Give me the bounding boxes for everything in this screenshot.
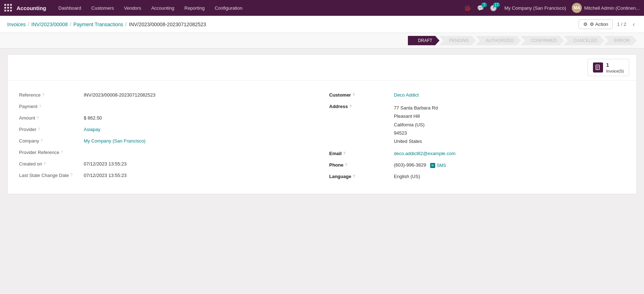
- left-column: Reference ? INV/2023/00008-2023071208252…: [19, 89, 315, 182]
- label-provider-reference: Provider Reference ?: [19, 149, 84, 155]
- invoice-count-text: 1 Invoice(S): [606, 61, 624, 74]
- value-company[interactable]: My Company (San Francisco): [84, 137, 315, 144]
- breadcrumb-bar: Invoices / INV/2023/00008 / Payment Tran…: [0, 16, 644, 33]
- invoice-count-number: 1: [606, 62, 609, 68]
- invoice-icon: [593, 62, 603, 73]
- user-menu[interactable]: MA Mitchell Admin (Continen...: [572, 3, 640, 13]
- value-payment: [84, 103, 315, 104]
- top-navigation: Accounting Dashboard Customers Vendors A…: [0, 0, 644, 16]
- field-amount: Amount ? $ 862.50: [19, 112, 315, 124]
- right-column: Customer ? Deco Addict Address ? 77 Sant…: [329, 89, 625, 182]
- field-provider: Provider ? Asiapay: [19, 124, 315, 135]
- chat-badge: 7: [481, 3, 487, 7]
- value-customer[interactable]: Deco Addict: [394, 92, 625, 98]
- field-phone: Phone ? (603)-996-3829 ✉ SMS: [329, 159, 625, 171]
- value-created-on: 07/12/2023 13:55:23: [84, 160, 315, 167]
- status-draft[interactable]: DRAFT: [408, 36, 440, 45]
- breadcrumb-payment-transactions[interactable]: Payment Transactions: [73, 22, 123, 27]
- nav-vendors[interactable]: Vendors: [119, 0, 146, 16]
- help-phone[interactable]: ?: [345, 163, 348, 167]
- help-provider-reference[interactable]: ?: [61, 150, 63, 154]
- value-provider-reference: [84, 149, 315, 150]
- activity-badge: 17: [493, 3, 500, 7]
- user-avatar: MA: [572, 3, 582, 13]
- address-line2: Pleasant Hill: [394, 112, 625, 120]
- activity-icon[interactable]: 🕐 17: [488, 3, 498, 13]
- field-customer: Customer ? Deco Addict: [329, 89, 625, 101]
- breadcrumb-inv[interactable]: INV/2023/00008: [31, 22, 68, 27]
- help-amount[interactable]: ?: [37, 116, 39, 120]
- address-line5: United States: [394, 137, 625, 145]
- card-header: 1 Invoice(S): [8, 55, 636, 81]
- chat-icon[interactable]: 💬 7: [475, 3, 486, 13]
- label-address: Address ?: [329, 103, 394, 109]
- prev-arrow[interactable]: ‹: [631, 20, 637, 28]
- bug-icon[interactable]: 🐞: [463, 3, 473, 13]
- value-email[interactable]: deco.addict82@example.com: [394, 150, 625, 156]
- help-customer[interactable]: ?: [353, 93, 355, 97]
- label-customer: Customer ?: [329, 92, 394, 98]
- app-grid-icon[interactable]: [4, 4, 12, 12]
- value-last-state-change: 07/12/2023 13:55:23: [84, 172, 315, 178]
- sms-icon: ✉: [430, 163, 435, 168]
- company-name[interactable]: My Company (San Francisco): [501, 5, 569, 11]
- action-button[interactable]: ⚙ ⚙ Action: [579, 19, 613, 29]
- record-card: 1 Invoice(S) Reference ? INV/2023/00008-…: [7, 54, 637, 194]
- help-last-state-change[interactable]: ?: [70, 173, 73, 177]
- label-company: Company ?: [19, 137, 84, 144]
- user-name: Mitchell Admin (Continen...: [584, 5, 640, 11]
- status-pending[interactable]: PENDING: [439, 36, 476, 45]
- help-provider[interactable]: ?: [38, 127, 40, 131]
- value-address: 77 Santa Barbara Rd Pleasant Hill Califo…: [394, 103, 625, 146]
- label-payment: Payment ?: [19, 103, 84, 109]
- nav-reporting[interactable]: Reporting: [179, 0, 210, 16]
- breadcrumb-invoices[interactable]: Invoices: [7, 22, 26, 27]
- breadcrumb-current: INV/2023/00008-20230712082523: [129, 22, 206, 27]
- breadcrumb: Invoices / INV/2023/00008 / Payment Tran…: [7, 22, 206, 27]
- field-email: Email ? deco.addict82@example.com: [329, 148, 625, 159]
- nav-accounting[interactable]: Accounting: [146, 0, 179, 16]
- status-canceled[interactable]: CANCELED: [564, 36, 604, 45]
- label-amount: Amount ?: [19, 115, 84, 121]
- status-bar: DRAFT PENDING AUTHORIZED CONFIRMED CANCE…: [0, 33, 644, 48]
- field-payment: Payment ?: [19, 101, 315, 112]
- gear-icon: ⚙: [583, 22, 588, 27]
- page-count: 1 / 2: [617, 22, 626, 27]
- label-provider: Provider ?: [19, 126, 84, 132]
- label-last-state-change: Last State Change Date ?: [19, 172, 84, 178]
- status-confirmed[interactable]: CONFIRMED: [521, 36, 564, 45]
- label-created-on: Created on ?: [19, 160, 84, 167]
- help-payment[interactable]: ?: [39, 104, 41, 108]
- status-authorized[interactable]: AUTHORIZED: [476, 36, 521, 45]
- nav-dashboard[interactable]: Dashboard: [54, 0, 87, 16]
- card-body: Reference ? INV/2023/00008-2023071208252…: [8, 81, 636, 194]
- help-reference[interactable]: ?: [42, 93, 44, 97]
- help-created-on[interactable]: ?: [43, 162, 46, 166]
- label-phone: Phone ?: [329, 162, 394, 168]
- help-address[interactable]: ?: [349, 104, 352, 108]
- value-reference: INV/2023/00008-20230712082523: [84, 92, 315, 98]
- nav-customers[interactable]: Customers: [86, 0, 119, 16]
- value-provider[interactable]: Asiapay: [84, 126, 315, 132]
- app-title[interactable]: Accounting: [17, 5, 46, 11]
- help-language[interactable]: ?: [353, 174, 355, 178]
- help-email[interactable]: ?: [343, 151, 346, 155]
- nav-configuration[interactable]: Configuration: [210, 0, 247, 16]
- status-error[interactable]: ERROR: [604, 36, 637, 45]
- label-language: Language ?: [329, 173, 394, 179]
- sms-button[interactable]: ✉ SMS: [430, 163, 446, 168]
- main-content: 1 Invoice(S) Reference ? INV/2023/00008-…: [0, 48, 644, 200]
- breadcrumb-sep-3: /: [125, 22, 127, 27]
- invoice-count-button[interactable]: 1 Invoice(S): [588, 59, 629, 76]
- topbar-right: 🐞 💬 7 🕐 17 My Company (San Francisco) MA…: [463, 3, 640, 13]
- field-address: Address ? 77 Santa Barbara Rd Pleasant H…: [329, 101, 625, 148]
- value-language: English (US): [394, 173, 625, 179]
- address-line1: 77 Santa Barbara Rd: [394, 104, 625, 112]
- field-provider-reference: Provider Reference ?: [19, 147, 315, 158]
- value-phone: (603)-996-3829 ✉ SMS: [394, 162, 625, 168]
- nav-arrows: ‹: [631, 20, 637, 28]
- help-company[interactable]: ?: [41, 139, 43, 143]
- field-reference: Reference ? INV/2023/00008-2023071208252…: [19, 89, 315, 101]
- phone-number[interactable]: (603)-996-3829: [394, 162, 426, 168]
- action-label: ⚙ Action: [590, 22, 608, 27]
